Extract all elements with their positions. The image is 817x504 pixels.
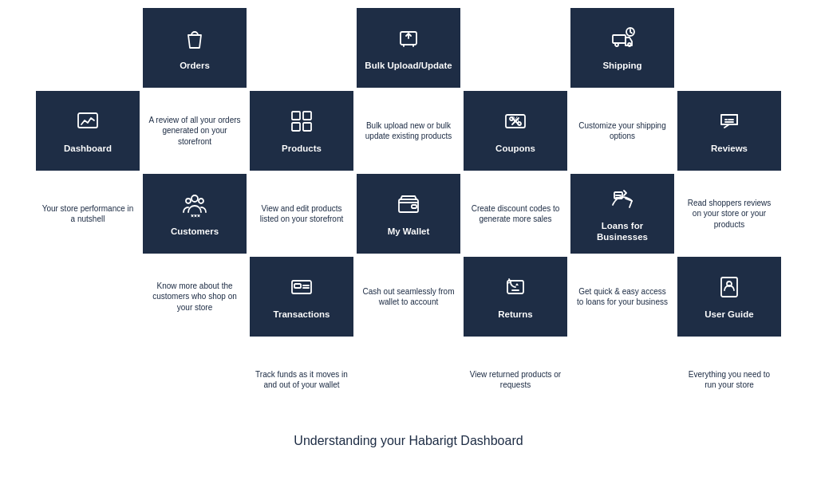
cell-shipping[interactable]: Shipping xyxy=(570,8,674,88)
customers-label: Customers xyxy=(171,226,219,238)
cell-mywallet-desc: Cash out seamlessly from wallet to accou… xyxy=(357,257,460,337)
svg-text:%: % xyxy=(512,116,519,124)
dashboard-icon xyxy=(73,107,102,139)
svg-rect-9 xyxy=(303,123,311,131)
loans-icon xyxy=(608,184,637,216)
svg-rect-7 xyxy=(303,112,311,120)
cell-userguide-desc: Everything you need to run your store xyxy=(677,340,781,419)
dashboard-desc-text: Your store performance in a nutshell xyxy=(41,203,135,225)
transactions-desc-text: Track funds as it moves in and out of yo… xyxy=(255,369,349,391)
reviews-label: Reviews xyxy=(711,144,748,155)
svg-point-15 xyxy=(186,199,191,203)
cell-bulk-desc: Bulk upload new or bulk update existing … xyxy=(357,91,460,171)
cell-transactions[interactable]: Transactions xyxy=(250,257,353,337)
orders-label: Orders xyxy=(180,61,210,72)
returns-label: Returns xyxy=(498,309,532,321)
products-icon xyxy=(287,107,316,139)
cell-loans[interactable]: Loans for Businesses xyxy=(570,174,674,254)
customers-desc-text: Know more about the customers who shop o… xyxy=(148,281,242,313)
svg-rect-1 xyxy=(613,35,626,43)
cell-products-desc: View and edit products listed on your st… xyxy=(250,174,353,254)
loans-label: Loans for Businesses xyxy=(575,221,669,243)
cell-transactions-desc: Track funds as it moves in and out of yo… xyxy=(250,340,353,419)
cell-orders-desc: A review of all your orders generated on… xyxy=(143,91,247,171)
cell-coupons-desc: Create discount codes to generate more s… xyxy=(464,174,567,254)
returns-icon xyxy=(501,273,530,305)
footer-text: Understanding your Habarigt Dashboard xyxy=(294,434,523,448)
cell-customers[interactable]: Customers xyxy=(143,174,247,254)
wallet-icon xyxy=(394,190,423,222)
reviews-icon xyxy=(715,107,744,139)
cell-empty-r5c4 xyxy=(357,340,460,419)
returns-desc-text: View returned products or requests xyxy=(468,369,562,391)
cell-dashboard-desc: Your store performance in a nutshell xyxy=(36,174,140,254)
svg-rect-18 xyxy=(412,205,416,208)
cell-userguide[interactable]: User Guide xyxy=(677,257,781,337)
bulk-desc-text: Bulk upload new or bulk update existing … xyxy=(361,120,456,142)
loans-desc-text: Get quick & easy access to loans for you… xyxy=(575,286,669,308)
orders-desc-text: A review of all your orders generated on… xyxy=(148,115,242,148)
coupons-desc-text: Create discount codes to generate more s… xyxy=(468,203,562,225)
cell-reviews-desc: Read shoppers reviews on your store or y… xyxy=(677,174,781,254)
customers-icon xyxy=(180,190,209,222)
transactions-label: Transactions xyxy=(274,309,330,321)
cell-reviews[interactable]: Reviews xyxy=(677,91,781,171)
svg-rect-21 xyxy=(294,284,301,288)
shipping-label: Shipping xyxy=(602,61,641,72)
coupons-icon: % xyxy=(501,107,530,139)
products-desc-text: View and edit products listed on your st… xyxy=(255,203,349,225)
bulk-label: Bulk Upload/Update xyxy=(365,61,452,72)
dashboard-grid: Orders Bulk Upload/Update xyxy=(36,8,781,419)
bulk-icon xyxy=(394,24,423,56)
userguide-label: User Guide xyxy=(705,309,753,321)
dashboard-label: Dashboard xyxy=(64,144,112,155)
coupons-label: Coupons xyxy=(495,144,535,155)
svg-rect-17 xyxy=(399,199,418,212)
cell-empty-r1c3 xyxy=(250,8,353,88)
products-label: Products xyxy=(282,144,322,155)
userguide-icon xyxy=(715,273,744,305)
cell-returns[interactable]: Returns xyxy=(464,257,567,337)
cell-returns-desc: View returned products or requests xyxy=(464,340,567,419)
reviews-desc-text: Read shoppers reviews on your store or y… xyxy=(682,198,776,230)
mywallet-desc-text: Cash out seamlessly from wallet to accou… xyxy=(361,286,456,308)
cell-empty-r5c6 xyxy=(570,340,674,419)
svg-point-2 xyxy=(615,43,618,46)
cell-empty-r5c1 xyxy=(36,340,140,419)
cell-dashboard[interactable]: Dashboard xyxy=(36,91,140,171)
cell-bulk[interactable]: Bulk Upload/Update xyxy=(357,8,460,88)
cell-empty-r1c7 xyxy=(677,8,781,88)
cell-empty-r4c1 xyxy=(36,257,140,337)
cell-loans-desc: Get quick & easy access to loans for you… xyxy=(570,257,674,337)
cell-empty-r1c1 xyxy=(36,8,140,88)
cell-empty-r5c2 xyxy=(143,340,247,419)
cell-customers-desc: Know more about the customers who shop o… xyxy=(143,257,247,337)
cell-products[interactable]: Products xyxy=(250,91,353,171)
shipping-icon xyxy=(608,24,637,56)
cell-shipping-desc: Customize your shipping options xyxy=(570,91,674,171)
mywallet-label: My Wallet xyxy=(388,226,430,238)
orders-icon xyxy=(180,24,209,56)
svg-rect-8 xyxy=(292,123,300,131)
cell-mywallet[interactable]: My Wallet xyxy=(357,174,460,254)
page-wrapper: Orders Bulk Upload/Update xyxy=(0,0,817,504)
svg-point-3 xyxy=(628,43,631,46)
svg-point-14 xyxy=(191,195,198,202)
shipping-desc-text: Customize your shipping options xyxy=(575,120,669,142)
userguide-desc-text: Everything you need to run your store xyxy=(682,369,776,391)
svg-rect-6 xyxy=(292,112,300,120)
cell-empty-r1c5 xyxy=(464,8,567,88)
cell-orders[interactable]: Orders xyxy=(143,8,247,88)
svg-point-16 xyxy=(199,199,203,203)
svg-rect-24 xyxy=(721,278,737,297)
cell-coupons[interactable]: % Coupons xyxy=(464,91,567,171)
transactions-icon xyxy=(287,273,316,305)
